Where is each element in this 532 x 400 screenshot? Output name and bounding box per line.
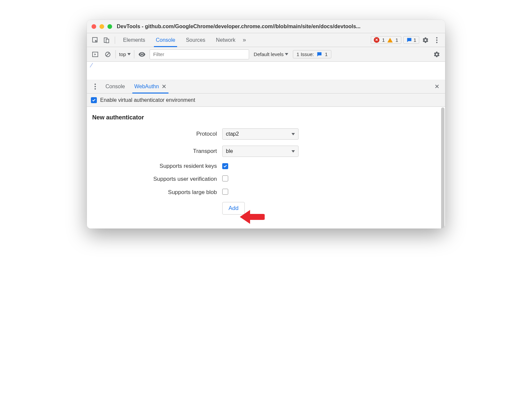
levels-label: Default levels: [254, 51, 284, 57]
tab-elements[interactable]: Elements: [118, 33, 150, 47]
transport-value: ble: [226, 148, 233, 154]
separator: [115, 36, 115, 44]
drawer-tab-webauthn-label: WebAuthn: [134, 84, 159, 90]
protocol-select[interactable]: ctap2: [222, 128, 299, 140]
user-verification-label: Supports user verification: [92, 176, 222, 182]
close-drawer-icon[interactable]: ✕: [432, 82, 442, 92]
console-settings-icon[interactable]: [432, 49, 442, 59]
issues-indicator[interactable]: 1 Issue: 1: [293, 50, 331, 58]
enable-bar: Enable virtual authenticator environment: [87, 94, 445, 107]
errors-warnings-badge[interactable]: ✕ 1 1: [371, 36, 401, 44]
message-count: 1: [414, 37, 416, 43]
context-selector[interactable]: top: [115, 50, 134, 58]
warning-icon: [387, 38, 393, 42]
transport-label: Transport: [92, 148, 222, 155]
minimize-window-button[interactable]: [100, 24, 104, 29]
drawer-tabbar: Console WebAuthn ✕ ✕: [87, 80, 445, 94]
console-output: ⁄: [87, 62, 445, 80]
annotation-arrow-icon: [238, 208, 265, 226]
window-title: DevTools - github.com/GoogleChrome/devel…: [117, 24, 440, 30]
live-expression-icon[interactable]: [137, 49, 147, 59]
drawer-menu-icon[interactable]: [90, 82, 100, 92]
user-verification-checkbox[interactable]: [222, 175, 228, 181]
console-prompt-icon: ⁄: [91, 62, 92, 69]
inspect-element-icon[interactable]: [90, 35, 100, 45]
close-window-button[interactable]: [92, 24, 96, 29]
transport-select[interactable]: ble: [222, 146, 299, 157]
error-count: 1: [382, 37, 385, 43]
message-icon: [316, 51, 322, 57]
enable-checkbox[interactable]: [91, 97, 97, 103]
status-badges: ✕ 1 1 1: [371, 36, 419, 44]
resident-keys-checkbox[interactable]: [222, 163, 228, 169]
devtools-window: DevTools - github.com/GoogleChrome/devel…: [87, 20, 445, 229]
context-label: top: [119, 51, 126, 57]
issues-count: 1: [325, 51, 327, 57]
caret-down-icon: [285, 53, 288, 55]
svg-rect-2: [106, 39, 109, 43]
zoom-window-button[interactable]: [107, 24, 112, 29]
titlebar: DevTools - github.com/GoogleChrome/devel…: [87, 20, 445, 33]
resident-keys-label: Supports resident keys: [92, 163, 222, 169]
caret-down-icon: [292, 150, 295, 153]
protocol-label: Protocol: [92, 131, 222, 137]
messages-badge[interactable]: 1: [403, 36, 419, 44]
vertical-scrollbar[interactable]: [441, 107, 444, 229]
new-authenticator-form: New authenticator Protocol ctap2 Transpo…: [87, 107, 445, 229]
svg-line-5: [106, 53, 109, 56]
clear-console-icon[interactable]: [103, 49, 113, 59]
log-levels-selector[interactable]: Default levels: [252, 51, 290, 57]
large-blob-label: Supports large blob: [92, 189, 222, 196]
large-blob-checkbox[interactable]: [222, 189, 228, 195]
caret-down-icon: [127, 53, 131, 55]
error-icon: ✕: [374, 37, 379, 43]
form-title: New authenticator: [92, 114, 440, 121]
warning-count: 1: [395, 37, 398, 43]
close-tab-icon[interactable]: ✕: [162, 84, 166, 90]
settings-icon[interactable]: [421, 35, 431, 45]
traffic-lights: [92, 24, 112, 29]
tab-console[interactable]: Console: [151, 33, 180, 47]
drawer-tab-console[interactable]: Console: [101, 80, 129, 94]
drawer-tab-webauthn[interactable]: WebAuthn ✕: [130, 80, 170, 94]
issues-label: 1 Issue:: [297, 51, 314, 57]
tab-network[interactable]: Network: [211, 33, 240, 47]
tab-sources[interactable]: Sources: [181, 33, 210, 47]
message-icon: [406, 37, 412, 43]
more-tabs-icon[interactable]: »: [241, 36, 247, 43]
caret-down-icon: [292, 133, 295, 135]
device-toolbar-icon[interactable]: [101, 35, 111, 45]
webauthn-panel: New authenticator Protocol ctap2 Transpo…: [87, 107, 445, 229]
kebab-menu-icon[interactable]: [432, 35, 442, 45]
protocol-value: ctap2: [226, 131, 239, 137]
console-sidebar-toggle-icon[interactable]: [90, 49, 100, 59]
filter-input[interactable]: [150, 49, 249, 59]
enable-label: Enable virtual authenticator environment: [100, 97, 195, 103]
main-tabbar: Elements Console Sources Network » ✕ 1 1…: [87, 33, 445, 47]
console-toolbar: top Default levels 1 Issue: 1: [87, 47, 445, 62]
